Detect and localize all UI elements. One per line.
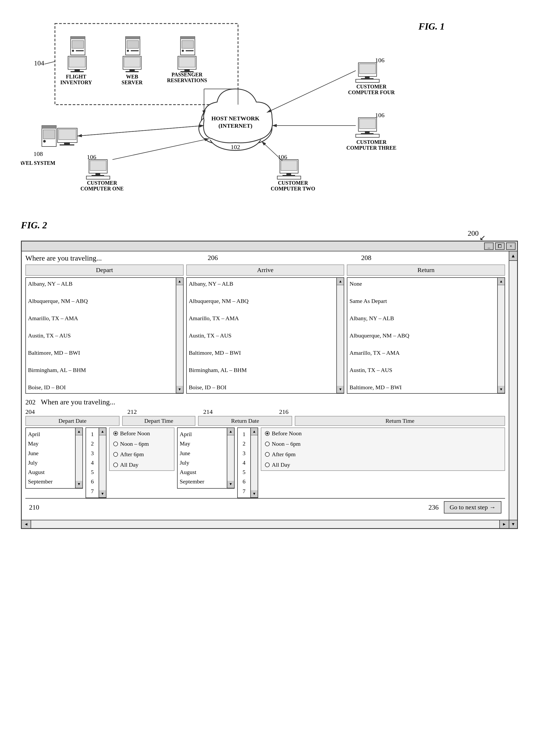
depart-day-1[interactable]: 1 <box>87 430 98 439</box>
return-month-june[interactable]: June <box>180 449 225 458</box>
return-month-august[interactable]: August <box>180 467 225 477</box>
return-day-5[interactable]: 5 <box>239 467 249 477</box>
depart-noon-6pm-radio[interactable] <box>113 442 118 446</box>
depart-airport-0[interactable]: Albany, NY – ALB <box>28 279 174 288</box>
scroll-down-button[interactable]: ▼ <box>509 520 517 528</box>
depart-all-day[interactable]: All Day <box>113 461 170 468</box>
depart-month-april[interactable]: April <box>28 430 73 439</box>
depart-noon-6pm[interactable]: Noon – 6pm <box>113 441 170 447</box>
return-noon-6pm[interactable]: Noon – 6pm <box>265 441 501 447</box>
scroll-left-button[interactable]: ◄ <box>22 520 31 528</box>
return-month-scroll-up[interactable]: ▲ <box>227 428 234 435</box>
svg-rect-74 <box>282 175 295 176</box>
return-airport-6[interactable]: Baltimore, MD – BWI <box>349 383 495 392</box>
depart-after-6pm[interactable]: After 6pm <box>113 451 170 458</box>
depart-month-scroll-up[interactable]: ▲ <box>76 428 82 435</box>
depart-airport-4[interactable]: Baltimore, MD – BWI <box>28 348 174 357</box>
depart-days: 1 2 3 4 5 6 7 <box>86 428 99 498</box>
return-airport-4[interactable]: Amarillo, TX – AMA <box>349 348 495 357</box>
svg-text:CUSTOMER: CUSTOMER <box>87 180 117 186</box>
return-airport-3[interactable]: Albuquerque, NM – ABQ <box>349 331 495 340</box>
return-day-scroll-down[interactable]: ▼ <box>251 490 258 498</box>
depart-before-noon[interactable]: Before Noon <box>113 430 170 437</box>
return-scroll-up[interactable]: ▲ <box>498 278 505 285</box>
depart-scroll-down[interactable]: ▼ <box>176 386 183 393</box>
return-airport-2[interactable]: Albany, NY – ALB <box>349 314 495 323</box>
depart-day-list[interactable]: 1 2 3 4 5 6 7 ▲ ▼ <box>86 427 106 498</box>
return-time-radios: Before Noon Noon – 6pm After 6pm Al <box>261 427 505 471</box>
depart-day-6[interactable]: 6 <box>87 477 98 486</box>
arrive-scroll-up[interactable]: ▲ <box>337 278 344 285</box>
arrive-airport-1[interactable]: Albuquerque, NM – ABQ <box>189 297 335 305</box>
return-after-6pm[interactable]: After 6pm <box>265 451 501 458</box>
next-step-button[interactable]: Go to next step → <box>444 501 501 514</box>
return-day-3[interactable]: 3 <box>239 449 249 458</box>
svg-rect-53 <box>64 143 70 144</box>
depart-after-6pm-radio[interactable] <box>113 452 118 457</box>
depart-day-3[interactable]: 3 <box>87 449 98 458</box>
arrive-airport-3[interactable]: Austin, TX – AUS <box>189 331 335 340</box>
return-list[interactable]: None Same As Depart Albany, NY – ALB Alb… <box>347 277 505 394</box>
return-month-september[interactable]: September <box>180 477 225 486</box>
return-day-1[interactable]: 1 <box>239 430 249 439</box>
depart-month-june[interactable]: June <box>28 449 73 458</box>
return-month-july[interactable]: July <box>180 458 225 467</box>
depart-month-august[interactable]: August <box>28 467 73 477</box>
return-month-april[interactable]: April <box>180 430 225 439</box>
depart-day-scroll-up[interactable]: ▲ <box>99 428 106 435</box>
ref-200: 200 <box>468 229 479 238</box>
svg-rect-91 <box>365 77 370 78</box>
arrive-airport-2[interactable]: Amarillo, TX – AMA <box>189 314 335 323</box>
return-day-6[interactable]: 6 <box>239 477 249 486</box>
depart-all-day-radio[interactable] <box>113 462 118 467</box>
return-month-scroll-down[interactable]: ▼ <box>227 481 234 488</box>
return-day-4[interactable]: 4 <box>239 458 249 467</box>
depart-month-scroll-down[interactable]: ▼ <box>76 481 82 488</box>
arrive-airport-5[interactable]: Birmingham, AL – BHM <box>189 366 335 374</box>
return-after-6pm-radio[interactable] <box>265 452 270 457</box>
return-airport-1[interactable]: Same As Depart <box>349 297 495 305</box>
return-airport-5[interactable]: Austin, TX – AUS <box>349 366 495 374</box>
depart-airport-6[interactable]: Boise, ID – BOI <box>28 383 174 392</box>
return-month-list[interactable]: April May June July August September ▲ ▼ <box>177 427 235 489</box>
depart-day-2[interactable]: 2 <box>87 439 98 448</box>
depart-list[interactable]: Albany, NY – ALB Albuquerque, NM – ABQ A… <box>25 277 184 394</box>
arrive-airport-0[interactable]: Albany, NY – ALB <box>189 279 335 288</box>
depart-day-scroll-down[interactable]: ▼ <box>99 490 106 498</box>
depart-day-5[interactable]: 5 <box>87 467 98 477</box>
scroll-right-button[interactable]: ► <box>499 520 509 528</box>
depart-before-noon-radio[interactable] <box>113 431 118 436</box>
depart-airport-1[interactable]: Albuquerque, NM – ABQ <box>28 297 174 305</box>
return-scroll-down[interactable]: ▼ <box>498 386 505 393</box>
depart-month-july[interactable]: July <box>28 458 73 467</box>
return-noon-6pm-radio[interactable] <box>265 442 270 446</box>
return-before-noon-radio[interactable] <box>265 431 270 436</box>
arrive-scroll-down[interactable]: ▼ <box>337 386 344 393</box>
depart-day-4[interactable]: 4 <box>87 458 98 467</box>
depart-month-list[interactable]: April May June July August September ▲ ▼ <box>25 427 83 489</box>
return-month-may[interactable]: May <box>180 439 225 448</box>
arrive-list[interactable]: Albany, NY – ALB Albuquerque, NM – ABQ A… <box>186 277 344 394</box>
depart-scroll-up[interactable]: ▲ <box>176 278 183 285</box>
return-before-noon[interactable]: Before Noon <box>265 430 501 437</box>
depart-month-may[interactable]: May <box>28 439 73 448</box>
return-day-7[interactable]: 7 <box>239 487 249 496</box>
ref-208: 208 <box>361 254 371 262</box>
depart-airport-5[interactable]: Birmingham, AL – BHM <box>28 366 174 374</box>
return-all-day-radio[interactable] <box>265 462 270 467</box>
maximize-button[interactable]: ⧠ <box>495 242 505 250</box>
return-airport-0[interactable]: None <box>349 279 495 288</box>
minimize-button[interactable]: _ <box>484 242 494 250</box>
arrive-airport-6[interactable]: Boise, ID – BOI <box>189 383 335 392</box>
depart-airport-2[interactable]: Amarillo, TX – AMA <box>28 314 174 323</box>
close-button[interactable]: × <box>506 242 516 250</box>
return-day-scroll-up[interactable]: ▲ <box>251 428 258 435</box>
scroll-up-button[interactable]: ▲ <box>509 251 517 261</box>
arrive-airport-4[interactable]: Baltimore, MD – BWI <box>189 348 335 357</box>
depart-day-7[interactable]: 7 <box>87 487 98 496</box>
depart-airport-3[interactable]: Austin, TX – AUS <box>28 331 174 340</box>
return-day-list[interactable]: 1 2 3 4 5 6 7 ▲ ▼ <box>237 427 258 498</box>
depart-month-september[interactable]: September <box>28 477 73 486</box>
return-all-day[interactable]: All Day <box>265 461 501 468</box>
return-day-2[interactable]: 2 <box>239 439 249 448</box>
